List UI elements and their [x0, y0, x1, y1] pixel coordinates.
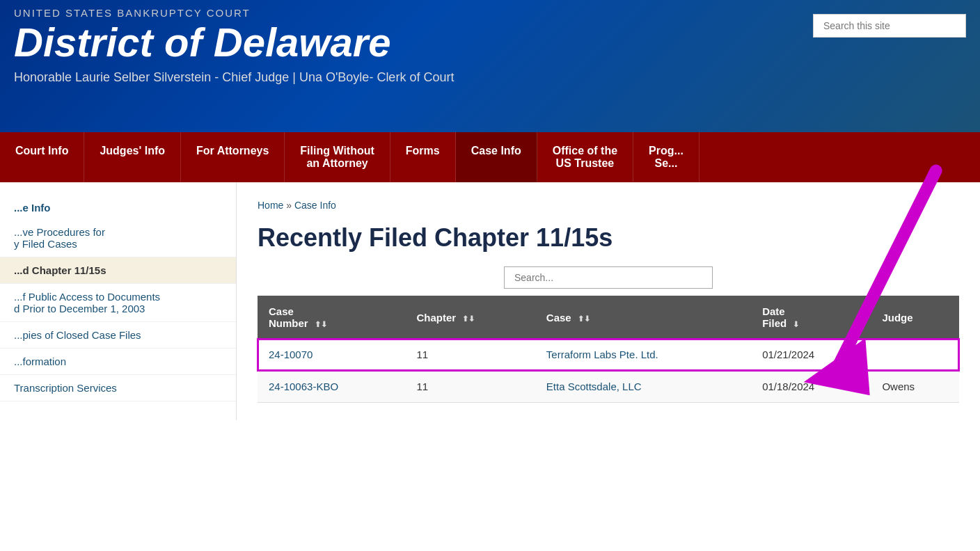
sidebar-item-public-access[interactable]: ...f Public Access to Documentsd Prior t… [0, 284, 236, 322]
breadcrumb-current[interactable]: Case Info [294, 200, 336, 211]
site-header: UNITED STATES BANKRUPTCY COURT District … [0, 0, 980, 132]
cell-case-number: 24-10070 [258, 339, 405, 371]
sidebar-section-case-info: ...e Info [0, 196, 236, 219]
col-judge: Judge [871, 296, 959, 339]
col-chapter[interactable]: Chapter ⬆⬇ [405, 296, 535, 339]
case-name-link[interactable]: Terraform Labs Pte. Ltd. [546, 349, 658, 360]
breadcrumb-separator: » [286, 200, 294, 211]
table-row: 24-1007011Terraform Labs Pte. Ltd.01/21/… [258, 339, 959, 371]
sidebar-item-transcription-services[interactable]: Transcription Services [0, 375, 236, 401]
breadcrumb-home[interactable]: Home [258, 200, 283, 211]
sidebar-item-closed-files[interactable]: ...pies of Closed Case Files [0, 322, 236, 349]
sidebar-item-chapter-11[interactable]: ...d Chapter 11/15s [0, 257, 236, 284]
nav-for-attorneys[interactable]: For Attorneys [181, 132, 285, 182]
col-case-name[interactable]: Case ⬆⬇ [535, 296, 751, 339]
sidebar: ...e Info ...ve Procedures fory Filed Ca… [0, 182, 237, 420]
case-number-link[interactable]: 24-10070 [269, 349, 313, 360]
table-row: 24-10063-KBO11Etta Scottsdale, LLC01/18/… [258, 371, 959, 403]
sidebar-item-transcription[interactable]: ...formation [0, 349, 236, 375]
sort-icon-date-filed: ⬇ [793, 320, 799, 328]
cell-judge [871, 339, 959, 371]
cell-case-number: 24-10063-KBO [258, 371, 405, 403]
nav-judges-info[interactable]: Judges' Info [84, 132, 181, 182]
search-area[interactable] [813, 14, 966, 38]
col-date-filed[interactable]: DateFiled ⬇ [751, 296, 871, 339]
cell-chapter: 11 [405, 371, 535, 403]
cell-date-filed: 01/21/2024 [751, 339, 871, 371]
judges-subtitle: Honorable Laurie Selber Silverstein - Ch… [14, 70, 966, 85]
nav-court-info[interactable]: Court Info [0, 132, 84, 182]
cell-date-filed: 01/18/2024 [751, 371, 871, 403]
sort-icon-case-number: ⬆⬇ [315, 320, 327, 328]
nav-us-trustee[interactable]: Office of theUS Trustee [537, 132, 633, 182]
table-search-input[interactable] [504, 266, 713, 289]
table-header-row: CaseNumber ⬆⬇ Chapter ⬆⬇ Case ⬆⬇ DateF [258, 296, 959, 339]
sort-icon-chapter: ⬆⬇ [462, 314, 475, 323]
cell-judge: Owens [871, 371, 959, 403]
main-content-area: ...e Info ...ve Procedures fory Filed Ca… [0, 182, 980, 420]
table-search-area[interactable] [258, 266, 959, 289]
col-case-number[interactable]: CaseNumber ⬆⬇ [258, 296, 405, 339]
nav-programs[interactable]: Prog...Se... [633, 132, 700, 182]
cell-case-name: Etta Scottsdale, LLC [535, 371, 751, 403]
sort-icon-case-name: ⬆⬇ [578, 314, 590, 323]
page-title: Recently Filed Chapter 11/15s [258, 223, 959, 253]
nav-forms[interactable]: Forms [390, 132, 456, 182]
search-input[interactable] [813, 14, 966, 38]
nav-filing-without-attorney[interactable]: Filing Withoutan Attorney [285, 132, 390, 182]
cell-case-name: Terraform Labs Pte. Ltd. [535, 339, 751, 371]
cases-table: CaseNumber ⬆⬇ Chapter ⬆⬇ Case ⬆⬇ DateF [258, 296, 959, 403]
main-navbar: Court Info Judges' Info For Attorneys Fi… [0, 132, 980, 182]
breadcrumb: Home » Case Info [258, 200, 959, 211]
page-content: Home » Case Info Recently Filed Chapter … [237, 182, 980, 420]
case-name-link[interactable]: Etta Scottsdale, LLC [546, 381, 642, 392]
case-number-link[interactable]: 24-10063-KBO [269, 381, 338, 392]
sidebar-item-admin-procedures[interactable]: ...ve Procedures fory Filed Cases [0, 219, 236, 257]
cell-chapter: 11 [405, 339, 535, 371]
nav-case-info[interactable]: Case Info [456, 132, 537, 182]
